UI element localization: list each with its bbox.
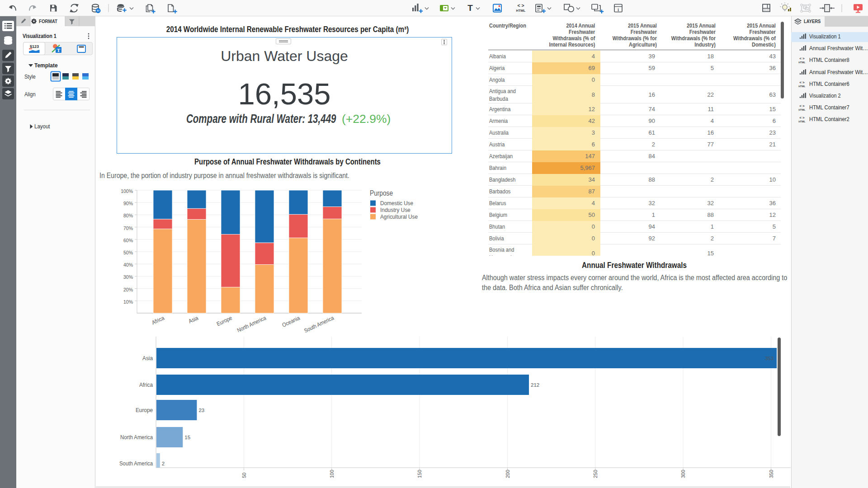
svg-text:Europe: Europe <box>216 315 233 328</box>
svg-text:23: 23 <box>198 408 204 413</box>
svg-text:10%: 10% <box>123 299 133 305</box>
svg-text:50: 50 <box>241 473 247 478</box>
svg-text:Domestic Use: Domestic Use <box>380 200 413 206</box>
svg-text:HTML: HTML <box>516 9 526 13</box>
svg-text:80%: 80% <box>123 213 133 218</box>
svg-text:North America: North America <box>120 434 153 441</box>
svg-text:90%: 90% <box>123 201 133 206</box>
svg-text:100: 100 <box>329 470 335 478</box>
svg-text:North America: North America <box>236 315 267 334</box>
svg-text:$123: $123 <box>30 44 39 49</box>
svg-text:HTML: HTML <box>798 61 806 64</box>
svg-text:15: 15 <box>184 435 190 440</box>
svg-text:Purpose: Purpose <box>370 189 393 197</box>
svg-text:Europe: Europe <box>136 407 153 413</box>
svg-text:FORMAT: FORMAT <box>39 19 57 24</box>
svg-text:< >: < > <box>799 116 805 120</box>
svg-text:South America: South America <box>303 315 335 334</box>
svg-text:353: 353 <box>765 356 774 361</box>
svg-text:60%: 60% <box>123 238 133 243</box>
svg-text:Africa: Africa <box>151 315 165 326</box>
svg-text:Asia: Asia <box>188 315 199 325</box>
svg-text:T: T <box>467 3 473 13</box>
svg-text:40%: 40% <box>123 262 133 267</box>
svg-text:HTML: HTML <box>798 120 806 123</box>
svg-text:HTML: HTML <box>798 108 806 111</box>
svg-text:South America: South America <box>119 460 153 467</box>
svg-text:20%: 20% <box>123 287 133 292</box>
svg-text:Agricultural Use: Agricultural Use <box>380 213 418 220</box>
svg-text:< >: < > <box>799 56 805 61</box>
svg-text:50%: 50% <box>123 250 133 255</box>
svg-text:< >: < > <box>799 104 805 108</box>
svg-text:30%: 30% <box>123 274 133 280</box>
svg-text:< >: < > <box>799 80 805 84</box>
svg-text:Africa: Africa <box>139 381 153 388</box>
svg-text:Industry Use: Industry Use <box>380 206 410 213</box>
svg-text:< >: < > <box>517 3 524 8</box>
svg-text:350: 350 <box>769 470 774 478</box>
svg-text:i: i <box>618 7 619 12</box>
svg-text:Oceania: Oceania <box>281 315 301 328</box>
svg-text:T: T <box>57 47 61 53</box>
svg-text:100%: 100% <box>121 188 133 194</box>
svg-text:200: 200 <box>505 470 510 478</box>
svg-text:Asia: Asia <box>142 355 153 361</box>
svg-text:2: 2 <box>162 461 165 466</box>
svg-text:212: 212 <box>531 382 539 388</box>
svg-text:70%: 70% <box>123 225 133 231</box>
svg-text:150: 150 <box>417 470 422 478</box>
svg-text:HTML: HTML <box>798 85 806 88</box>
svg-text:250: 250 <box>593 470 598 478</box>
svg-text:300: 300 <box>680 470 686 478</box>
